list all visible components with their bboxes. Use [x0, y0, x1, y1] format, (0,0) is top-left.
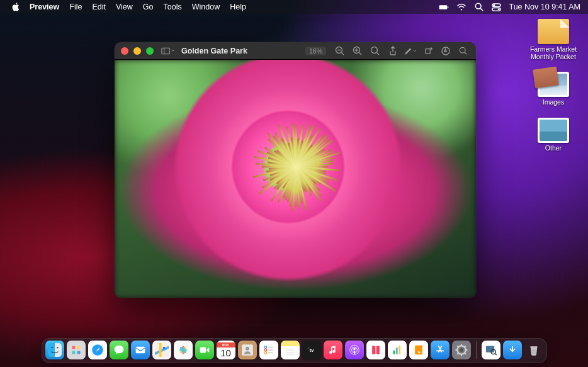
- apple-menu[interactable]: [6, 0, 25, 14]
- maximize-button[interactable]: [146, 47, 154, 55]
- zoom-in-button[interactable]: [351, 44, 364, 58]
- svg-point-7: [498, 8, 499, 9]
- menubar-item-view[interactable]: View: [111, 0, 138, 14]
- menubar-item-edit[interactable]: Edit: [87, 0, 111, 14]
- dock-app-appstore[interactable]: [431, 341, 449, 359]
- dock-app-contacts[interactable]: [238, 341, 257, 359]
- dock-app-photos[interactable]: [174, 341, 193, 359]
- minimize-button[interactable]: [133, 47, 141, 55]
- dock-app-notes[interactable]: [281, 341, 300, 359]
- dock-app-system-preferences[interactable]: [452, 341, 471, 359]
- highlighter-icon: [404, 47, 412, 55]
- image-stack-icon: [538, 72, 569, 97]
- image-viewport[interactable]: [115, 60, 476, 298]
- dock-app-music[interactable]: [324, 341, 342, 359]
- dock-app-launchpad[interactable]: [67, 341, 86, 359]
- safari-icon: [91, 343, 105, 357]
- svg-line-16: [359, 52, 362, 55]
- menubar-item-help[interactable]: Help: [225, 0, 251, 14]
- desktop-file-label: Images: [543, 99, 564, 106]
- dock-trash[interactable]: [524, 341, 543, 359]
- menubar-item-tools[interactable]: Tools: [159, 0, 187, 14]
- rotate-button[interactable]: [422, 44, 434, 58]
- dock-app-safari[interactable]: [88, 341, 107, 359]
- wifi-icon[interactable]: [456, 2, 466, 12]
- menubar-item-go[interactable]: Go: [138, 0, 159, 14]
- calendar-month: NOV: [217, 342, 235, 347]
- svg-line-18: [377, 52, 380, 55]
- dock-app-preview[interactable]: [482, 341, 500, 359]
- menubar-app-name[interactable]: Preview: [25, 0, 64, 14]
- appstore-icon: [433, 343, 447, 357]
- markup-toolbar-button[interactable]: [439, 44, 452, 58]
- podcasts-icon: [348, 343, 361, 357]
- chevron-down-icon: [413, 50, 417, 52]
- finder-icon: [48, 343, 62, 357]
- markup-highlight-button[interactable]: [404, 44, 417, 58]
- dock-app-reminders[interactable]: [259, 341, 278, 359]
- dock-app-pages[interactable]: [409, 341, 428, 359]
- svg-point-66: [460, 348, 463, 352]
- svg-line-72: [464, 353, 465, 354]
- dock-app-mail[interactable]: [131, 341, 150, 359]
- spotlight-icon[interactable]: [474, 2, 484, 12]
- dock-app-maps[interactable]: [152, 341, 171, 359]
- maps-icon: [155, 343, 169, 357]
- dock-app-numbers[interactable]: [388, 341, 407, 359]
- desktop-file-label: Other: [545, 145, 562, 152]
- macos-desktop: Preview File Edit View Go Tools Window H…: [0, 0, 588, 367]
- desktop-folder-other[interactable]: Other: [538, 118, 569, 152]
- menubar-item-file[interactable]: File: [64, 0, 87, 14]
- numbers-icon: [390, 343, 404, 357]
- dock-app-facetime[interactable]: [195, 341, 214, 359]
- svg-rect-58: [369, 343, 383, 357]
- gear-icon: [455, 343, 468, 357]
- sidebar-toggle-button[interactable]: [161, 44, 175, 58]
- svg-line-74: [464, 346, 465, 347]
- svg-rect-64: [415, 346, 422, 355]
- chevron-down-icon: [171, 49, 175, 52]
- svg-rect-79: [530, 346, 538, 347]
- reminders-icon: [262, 343, 276, 357]
- svg-line-71: [457, 346, 458, 347]
- close-button[interactable]: [121, 47, 128, 55]
- menubar-item-window[interactable]: Window: [187, 0, 225, 14]
- news-icon: [369, 343, 383, 357]
- dock-container: NOV 10 tv: [0, 338, 588, 363]
- dock-app-podcasts[interactable]: [345, 341, 364, 359]
- svg-point-5: [494, 4, 495, 6]
- battery-icon[interactable]: [439, 2, 449, 12]
- image-icon: [538, 118, 569, 143]
- svg-rect-29: [72, 351, 75, 354]
- music-icon: [326, 343, 340, 357]
- share-button[interactable]: [387, 44, 399, 58]
- window-titlebar[interactable]: Golden Gate Park 16%: [115, 42, 476, 60]
- apple-logo-icon: [11, 3, 20, 11]
- control-center-icon[interactable]: [492, 2, 502, 12]
- svg-text:tv: tv: [309, 347, 314, 353]
- appletv-icon: tv: [305, 343, 319, 357]
- zoom-out-button[interactable]: [334, 44, 346, 58]
- dock-app-calendar[interactable]: NOV 10: [217, 341, 235, 359]
- desktop-file-farmers-market[interactable]: Farmers Market Monthly Packet: [526, 19, 581, 60]
- svg-rect-61: [395, 347, 397, 354]
- svg-rect-76: [485, 346, 494, 352]
- mail-icon: [133, 343, 147, 357]
- desktop-folder-images[interactable]: Images: [538, 72, 569, 106]
- menubar-clock[interactable]: Tue Nov 10 9:41 AM: [509, 3, 581, 11]
- messages-icon: [112, 343, 126, 357]
- dock-app-tv[interactable]: tv: [302, 341, 321, 359]
- zoom-level-display[interactable]: 16%: [305, 47, 326, 55]
- dock-app-messages[interactable]: [110, 341, 128, 359]
- dock-app-finder[interactable]: [45, 341, 64, 359]
- toolbar-search-button[interactable]: [457, 44, 470, 58]
- calendar-day: 10: [220, 348, 231, 358]
- dock-app-news[interactable]: [366, 341, 385, 359]
- pages-icon: [412, 343, 426, 357]
- svg-point-2: [475, 3, 481, 9]
- preview-icon: [484, 343, 498, 357]
- magnify-plus-icon: [353, 46, 363, 56]
- dock-folder-downloads[interactable]: [503, 341, 522, 359]
- svg-line-73: [457, 353, 458, 354]
- zoom-actual-button[interactable]: [369, 44, 382, 58]
